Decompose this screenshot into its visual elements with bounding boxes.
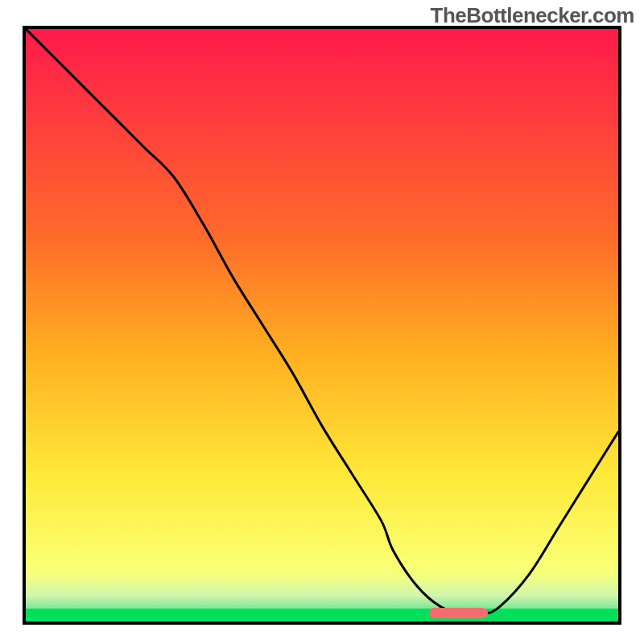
plot-area [26, 29, 618, 621]
plot-border [23, 26, 621, 625]
watermark-text: TheBottlenecker.com [431, 3, 634, 28]
optimum-marker [26, 29, 618, 621]
svg-rect-1 [428, 608, 488, 618]
chart-frame: TheBottlenecker.com [0, 0, 644, 644]
